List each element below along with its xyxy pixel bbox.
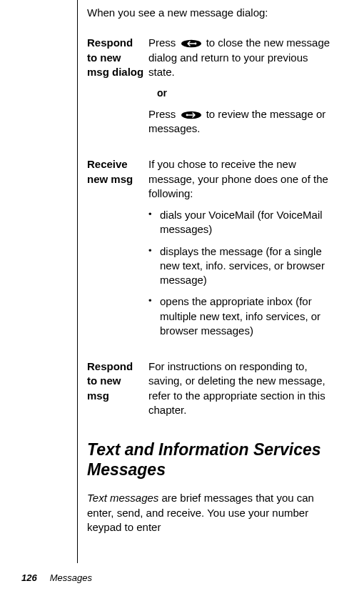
- row-text: If you chose to receive the new message,…: [148, 157, 337, 201]
- text-fragment: Press: [148, 36, 179, 49]
- body-paragraph: Text messages are brief messages that yo…: [87, 491, 337, 535]
- list-item-text: displays the message (for a single new t…: [160, 244, 337, 288]
- row-text: Press to close the new message dialog an…: [148, 36, 337, 79]
- intro-text: When you see a new message dialog:: [87, 6, 337, 20]
- svg-point-3: [186, 114, 188, 116]
- list-item: •displays the message (for a single new …: [148, 244, 337, 288]
- row-body: For instructions on responding to, savin…: [148, 359, 337, 424]
- page-number: 126: [21, 572, 37, 583]
- row-body: Press to close the new message dialog an…: [148, 36, 337, 143]
- page-content: When you see a new message dialog: Respo…: [0, 0, 364, 535]
- bullet-icon: •: [148, 208, 160, 237]
- text-fragment: Press: [148, 108, 179, 120]
- instruction-row-receive: Receive new msg If you chose to receive …: [87, 157, 337, 345]
- bullet-list: •dials your VoiceMail (for VoiceMail mes…: [148, 208, 337, 338]
- emphasized-term: Text messages: [87, 492, 158, 504]
- section-heading: Text and Information Services Messages: [87, 440, 337, 480]
- list-item: •dials your VoiceMail (for VoiceMail mes…: [148, 208, 337, 237]
- row-body: If you chose to receive the new message,…: [148, 157, 337, 345]
- list-item-text: opens the appropriate inbox (for multipl…: [160, 294, 337, 338]
- instruction-row-respond-dialog: Respond to new msg dialog Press to close…: [87, 36, 337, 143]
- bullet-icon: •: [148, 294, 160, 338]
- row-label: Respond to new msg: [87, 359, 148, 424]
- row-text: Press to review the message or messages.: [148, 107, 337, 136]
- list-item: •opens the appropriate inbox (for multip…: [148, 294, 337, 338]
- bullet-icon: •: [148, 244, 160, 288]
- instruction-row-respond-msg: Respond to new msg For instructions on r…: [87, 359, 337, 424]
- list-item-text: dials your VoiceMail (for VoiceMail mess…: [160, 208, 337, 237]
- row-text: For instructions on responding to, savin…: [148, 359, 337, 417]
- svg-point-1: [194, 43, 196, 45]
- vertical-rule: [77, 0, 78, 563]
- or-label: or: [157, 86, 337, 100]
- send-key-icon: [181, 111, 202, 119]
- page-footer: 126Messages: [21, 572, 92, 583]
- end-key-icon: [181, 39, 202, 48]
- footer-title: Messages: [50, 572, 92, 583]
- row-label: Respond to new msg dialog: [87, 36, 148, 143]
- row-label: Receive new msg: [87, 157, 148, 345]
